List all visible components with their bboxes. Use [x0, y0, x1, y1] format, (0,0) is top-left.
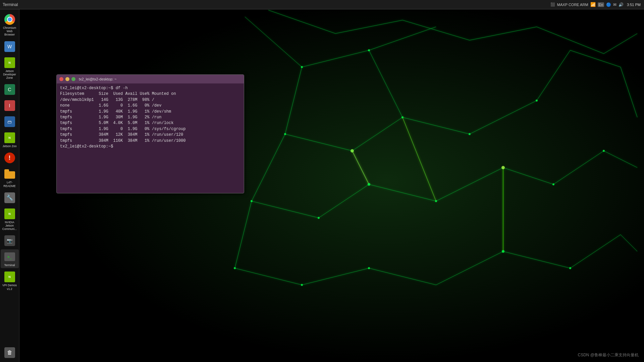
- sidebar-item-bug[interactable]: !: [1, 150, 19, 165]
- svg-point-52: [234, 267, 236, 269]
- terminal-label: Terminal: [4, 263, 15, 267]
- desktop: Terminal ⬛ MAXP CORE ARM 📶 En 🔵 ✉ 🔊 3:51…: [0, 0, 644, 362]
- keyboard-lang[interactable]: En: [598, 2, 604, 7]
- svg-point-43: [469, 133, 471, 135]
- impress-icon: I: [4, 100, 15, 111]
- svg-point-53: [301, 284, 303, 286]
- nvidia-dev-icon: N: [4, 57, 15, 68]
- taskbar-title: Terminal: [0, 2, 550, 7]
- svg-point-41: [351, 149, 354, 153]
- sidebar-item-impress[interactable]: I: [1, 98, 19, 113]
- svg-point-48: [435, 200, 437, 202]
- terminal-icon: >_: [4, 252, 15, 261]
- nvidia-comm-icon: N: [4, 208, 15, 219]
- terminal-titlebar-text: tx2_lei@tx2-desktop: ~: [79, 77, 116, 81]
- svg-point-51: [603, 150, 605, 152]
- bug-icon: !: [4, 153, 15, 163]
- settings-icon: 🔧: [4, 192, 15, 203]
- taskbar: Terminal ⬛ MAXP CORE ARM 📶 En 🔵 ✉ 🔊 3:51…: [0, 0, 644, 9]
- sidebar-item-l4t-readme[interactable]: L4T-README: [1, 167, 19, 189]
- terminal-close-button[interactable]: [59, 77, 63, 81]
- sidebar-item-writer[interactable]: W: [1, 39, 19, 54]
- svg-point-45: [251, 200, 253, 202]
- sidebar-item-trash[interactable]: 🗑: [1, 345, 19, 360]
- trash-icon: 🗑: [4, 347, 15, 358]
- nvidia-dev-label: Jetson Developer Zone: [1, 69, 18, 80]
- bluetooth-icon[interactable]: 🔵: [606, 2, 611, 7]
- sidebar-item-jetson-zoo[interactable]: N Jetson Zoo: [1, 130, 19, 149]
- jetson-zoo-icon: N: [4, 132, 15, 143]
- nvidia-taskbar-icon: ⬛: [550, 2, 555, 7]
- writer-icon: W: [4, 41, 15, 52]
- svg-point-47: [368, 183, 370, 186]
- base-icon: 🗃: [4, 116, 15, 127]
- sidebar: Chromium Web Browser W N Jetson Develope…: [0, 9, 19, 362]
- sidebar-item-base[interactable]: 🗃: [1, 114, 19, 129]
- svg-point-49: [501, 166, 505, 169]
- sidebar-item-screenshot[interactable]: 📷: [1, 233, 19, 248]
- watermark: CSDN @鲁棒最小二乘支持向量机: [578, 352, 639, 358]
- svg-point-40: [284, 133, 286, 135]
- svg-point-44: [536, 100, 538, 102]
- terminal-titlebar: tx2_lei@tx2-desktop: ~: [57, 75, 244, 83]
- calc-icon: C: [4, 84, 15, 95]
- sidebar-item-chromium[interactable]: Chromium Web Browser: [1, 12, 19, 38]
- mail-icon[interactable]: ✉: [613, 2, 616, 7]
- clock: 3:51 PM: [626, 3, 641, 7]
- l4t-label: L4T-README: [1, 181, 18, 187]
- sidebar-item-nvidia-dev[interactable]: N Jetson Developer Zone: [1, 55, 19, 81]
- sidebar-item-nvidia-comm[interactable]: N NVIDIA Jetson Communi...: [1, 206, 19, 232]
- sidebar-item-terminal[interactable]: >_ Terminal: [1, 249, 19, 268]
- l4t-folder-icon: [4, 169, 15, 179]
- svg-point-55: [502, 250, 504, 253]
- nvidia-comm-label: NVIDIA Jetson Communi...: [1, 221, 18, 231]
- svg-point-56: [569, 267, 571, 269]
- wifi-icon[interactable]: 📶: [590, 2, 596, 7]
- svg-point-54: [368, 267, 370, 269]
- volume-icon[interactable]: 🔊: [619, 2, 624, 7]
- chromium-icon: [4, 14, 15, 25]
- svg-point-39: [368, 49, 370, 51]
- taskbar-right: ⬛ MAXP CORE ARM 📶 En 🔵 ✉ 🔊 3:51 PM: [550, 2, 644, 7]
- jetson-zoo-label: Jetson Zoo: [2, 144, 16, 148]
- svg-point-42: [401, 116, 404, 118]
- sidebar-item-settings[interactable]: 🔧: [1, 190, 19, 205]
- maxp-label: MAXP CORE ARM: [557, 3, 588, 7]
- terminal-window: tx2_lei@tx2-desktop: ~ tx2_lei@tx2-deskt…: [56, 74, 244, 193]
- svg-point-50: [552, 183, 554, 185]
- svg-point-46: [318, 217, 320, 219]
- sidebar-item-vpi-demos[interactable]: N VPI Demos v1.2: [1, 269, 19, 292]
- vpi-demos-icon: N: [4, 272, 15, 282]
- svg-point-38: [301, 66, 303, 68]
- terminal-body[interactable]: tx2_lei@tx2-desktop:~$ df -h Filesystem …: [57, 83, 244, 193]
- terminal-minimize-button[interactable]: [65, 77, 69, 81]
- screenshot-icon: 📷: [4, 235, 15, 246]
- terminal-maximize-button[interactable]: [71, 77, 75, 81]
- vpi-demos-label: VPI Demos v1.2: [1, 284, 18, 290]
- sidebar-item-calc[interactable]: C: [1, 82, 19, 97]
- chromium-label: Chromium Web Browser: [1, 26, 18, 37]
